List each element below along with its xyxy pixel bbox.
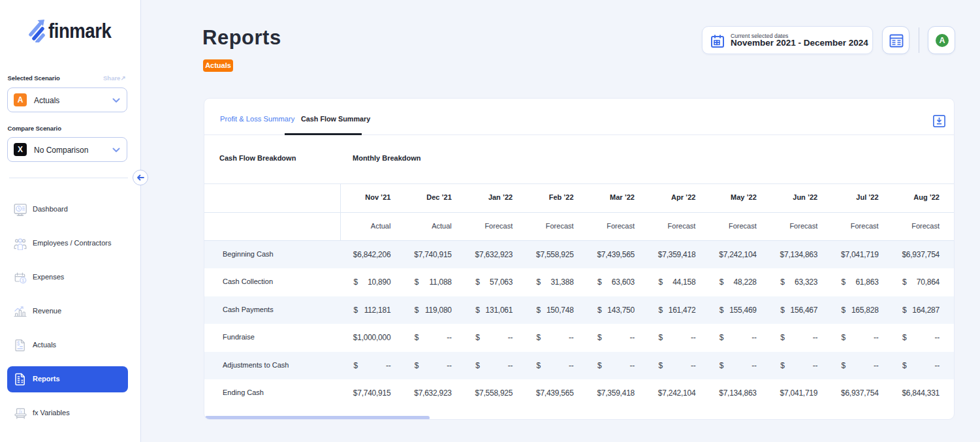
svg-text:$: $ xyxy=(17,340,20,347)
svg-text:$: $ xyxy=(22,278,24,283)
svg-text:fx: fx xyxy=(19,409,23,415)
